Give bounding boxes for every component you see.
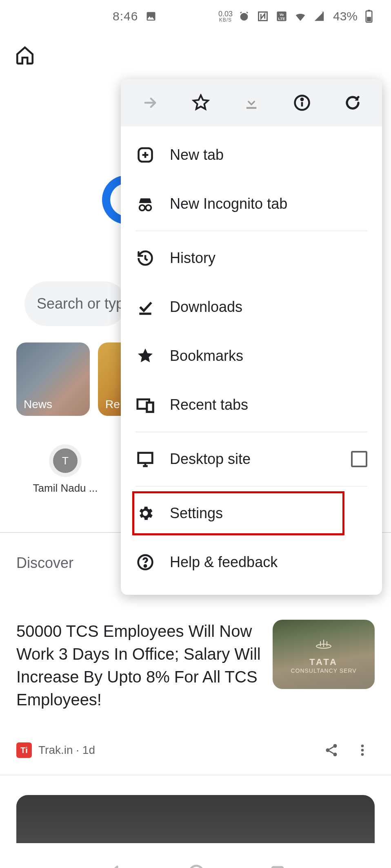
svg-point-14 xyxy=(361,744,364,747)
search-placeholder: Search or typ xyxy=(37,295,124,312)
menu-item-history[interactable]: History xyxy=(121,234,382,283)
shortcut-label: Tamil Nadu ... xyxy=(33,482,98,495)
overflow-menu: New tab New Incognito tab History Downlo xyxy=(121,79,382,595)
svg-point-22 xyxy=(140,205,145,210)
data-rate: 0.03 KB/S xyxy=(218,10,233,22)
tile-news[interactable]: News xyxy=(16,342,90,416)
menu-item-downloads[interactable]: Downloads xyxy=(121,283,382,331)
tile-label: Re xyxy=(105,398,120,411)
svg-rect-28 xyxy=(138,453,153,463)
clock: 8:46 xyxy=(113,9,138,23)
info-icon[interactable] xyxy=(290,91,314,115)
discover-heading: Discover xyxy=(16,554,73,572)
menu-item-help[interactable]: Help & feedback xyxy=(121,538,382,587)
source-icon: Ti xyxy=(16,742,32,758)
svg-text:x: x xyxy=(322,10,324,15)
battery-percent: 43% xyxy=(333,9,358,23)
more-icon[interactable] xyxy=(350,738,375,762)
svg-point-13 xyxy=(333,753,337,756)
status-bar: 8:46 0.03 KB/S VoLTE x 43% xyxy=(0,0,391,33)
star-icon[interactable] xyxy=(189,91,213,115)
search-input[interactable]: Search or typ xyxy=(24,281,127,326)
battery-icon xyxy=(362,9,376,24)
menu-separator xyxy=(136,432,367,432)
card-thumbnail: TATA CONSULTANCY SERV xyxy=(273,620,375,689)
gear-icon xyxy=(136,504,155,523)
nav-recent-icon[interactable] xyxy=(269,864,286,868)
nfc-icon xyxy=(255,9,270,24)
card-source: Trak.in · 1d xyxy=(38,744,313,757)
share-icon[interactable] xyxy=(319,738,344,762)
checkbox[interactable] xyxy=(351,451,367,467)
menu-toolbar xyxy=(121,79,382,126)
menu-separator xyxy=(136,231,367,231)
svg-rect-17 xyxy=(247,107,257,109)
svg-point-20 xyxy=(301,99,303,100)
menu-item-settings[interactable]: Settings xyxy=(121,489,382,538)
nav-back-icon[interactable] xyxy=(105,864,123,868)
svg-point-12 xyxy=(326,749,330,752)
svg-point-30 xyxy=(144,565,146,567)
nav-home-icon[interactable] xyxy=(187,864,205,868)
wifi-icon xyxy=(293,9,308,24)
divider xyxy=(0,775,391,775)
refresh-icon[interactable] xyxy=(341,91,364,115)
svg-point-23 xyxy=(146,205,151,210)
picture-icon xyxy=(144,9,158,24)
incognito-icon xyxy=(136,194,155,214)
menu-item-desktop-site[interactable]: Desktop site xyxy=(121,435,382,484)
card-headline: 50000 TCS Employees Will Now Work 3 Days… xyxy=(16,620,261,711)
home-icon[interactable] xyxy=(15,45,35,65)
plus-square-icon xyxy=(136,145,155,165)
menu-separator xyxy=(136,486,367,486)
avatar: T xyxy=(49,444,82,477)
svg-point-16 xyxy=(361,753,364,756)
menu-item-new-tab[interactable]: New tab xyxy=(121,130,382,179)
svg-text:Vo: Vo xyxy=(280,13,284,17)
svg-text:LTE: LTE xyxy=(278,17,285,21)
svg-point-15 xyxy=(361,749,364,752)
tile-label: News xyxy=(24,398,52,411)
avatar-initial: T xyxy=(53,448,78,473)
menu-item-bookmarks[interactable]: Bookmarks xyxy=(121,331,382,380)
svg-point-1 xyxy=(240,13,248,21)
svg-point-11 xyxy=(333,744,337,748)
check-underline-icon xyxy=(136,297,155,317)
history-icon xyxy=(136,248,155,268)
desktop-icon xyxy=(136,449,155,469)
discover-card[interactable]: 50000 TCS Employees Will Now Work 3 Days… xyxy=(16,620,375,711)
menu-item-incognito[interactable]: New Incognito tab xyxy=(121,179,382,228)
volte-icon: VoLTE xyxy=(274,9,289,24)
menu-item-recent-tabs[interactable]: Recent tabs xyxy=(121,380,382,429)
svg-rect-9 xyxy=(367,17,371,21)
alarm-icon xyxy=(237,9,251,24)
shortcut-tile[interactable]: T Tamil Nadu ... xyxy=(33,444,98,495)
help-icon xyxy=(136,552,155,572)
star-fill-icon xyxy=(136,346,155,366)
signal-icon: x xyxy=(312,9,327,24)
forward-icon[interactable] xyxy=(138,91,162,115)
download-icon[interactable] xyxy=(240,91,263,115)
svg-point-31 xyxy=(189,866,203,868)
devices-icon xyxy=(136,395,155,415)
svg-rect-8 xyxy=(368,10,370,11)
nav-bar xyxy=(0,848,391,868)
